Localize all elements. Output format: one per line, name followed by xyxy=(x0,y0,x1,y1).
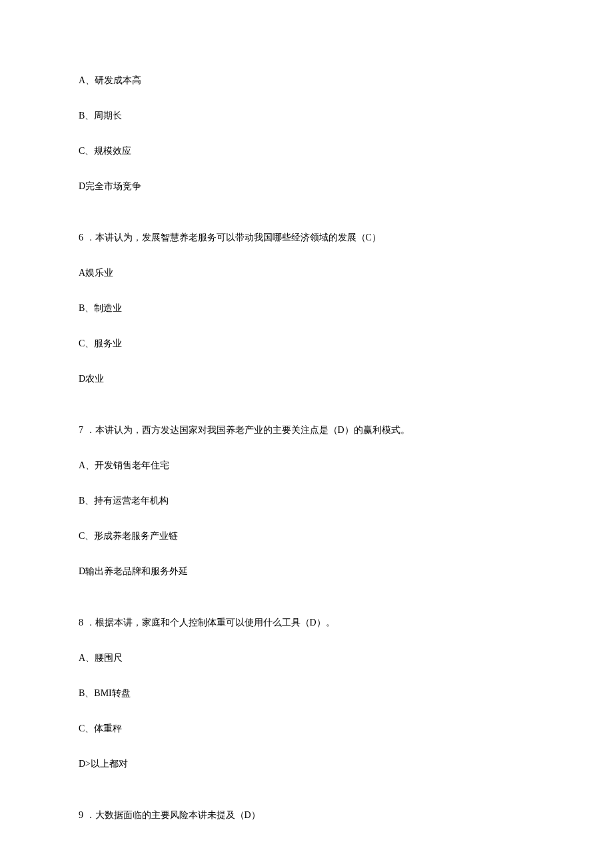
q6-text: 6 ．本讲认为，发展智慧养老服务可以带动我国哪些经济领域的发展（C） xyxy=(79,230,534,244)
q6-option-d: D农业 xyxy=(79,372,534,386)
q5-option-c: C、规模效应 xyxy=(79,144,534,158)
q8-option-d: D>以上都对 xyxy=(79,757,534,771)
q8-option-b: B、BMI转盘 xyxy=(79,686,534,700)
q7-option-b: B、持有运营老年机构 xyxy=(79,494,534,508)
q5-option-b: B、周期长 xyxy=(79,109,534,123)
q6-option-a: A娱乐业 xyxy=(79,266,534,280)
q7-option-c: C、形成养老服务产业链 xyxy=(79,529,534,543)
q7-text: 7 ．本讲认为，西方发达国家对我国养老产业的主要关注点是（D）的赢利模式。 xyxy=(79,423,534,437)
q8-option-c: C、体重秤 xyxy=(79,721,534,735)
q8-text: 8 ．根据本讲，家庭和个人控制体重可以使用什么工具（D）。 xyxy=(79,616,534,630)
q5-option-d: D完全市场竞争 xyxy=(79,179,534,193)
q6-option-c: C、服务业 xyxy=(79,336,534,350)
q5-option-a: A、研发成本高 xyxy=(79,73,534,87)
q9-text: 9 ．大数据面临的主要风险本讲未提及（D） xyxy=(79,808,534,822)
q6-option-b: B、制造业 xyxy=(79,301,534,315)
q7-option-a: A、开发销售老年住宅 xyxy=(79,458,534,472)
q8-option-a: A、腰围尺 xyxy=(79,651,534,665)
q7-option-d: D输出养老品牌和服务外延 xyxy=(79,564,534,578)
